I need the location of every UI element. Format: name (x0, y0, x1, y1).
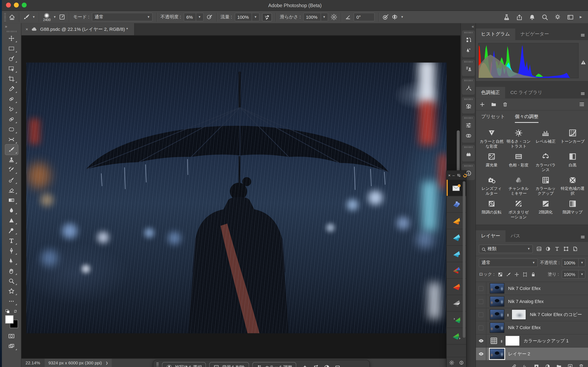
dock-collapse-icon[interactable]: « (461, 23, 476, 29)
link-layers-icon[interactable] (511, 363, 517, 367)
layer-effects-icon[interactable]: fx (522, 363, 528, 367)
move-tool[interactable] (5, 33, 18, 43)
selection-brush-tool[interactable] (5, 54, 18, 64)
adjustment-photofilter[interactable]: レンズフィルター (478, 176, 505, 196)
taskbar-imageplus-icon[interactable] (335, 364, 341, 367)
share-icon[interactable] (516, 14, 523, 20)
filter-adjustment-icon[interactable] (545, 246, 551, 252)
marquee-tool[interactable] (5, 43, 18, 54)
taskbar-adjcolor-button[interactable]: カラーを調整 (252, 362, 296, 367)
layer-blend-mode-select[interactable]: 通常 ▼ (479, 259, 538, 267)
adjustment-brightness[interactable]: 明るさ・コントラスト (505, 129, 532, 149)
adjustment-gradmap[interactable]: 階調マップ (559, 200, 586, 220)
history-brush-tool[interactable] (5, 165, 18, 175)
adjustment-invert[interactable]: 階調の反転 (478, 200, 505, 220)
lock-transparency-icon[interactable] (498, 272, 503, 277)
new-layer-icon[interactable] (567, 363, 573, 367)
visibility-toggle[interactable] (476, 334, 486, 347)
taskbar-sparkle-icon[interactable] (301, 364, 308, 367)
eyedropper-tool[interactable] (5, 84, 18, 94)
overflow-chevron-icon[interactable]: ▶ (580, 15, 582, 19)
type-tool[interactable] (5, 235, 18, 246)
adjustment-exposure[interactable]: 露光量 (478, 152, 505, 172)
panel-menu-icon[interactable] (580, 234, 585, 240)
filter-type-icon[interactable] (554, 246, 560, 252)
properties-panel-icon[interactable] (462, 120, 475, 130)
layer-row[interactable]: カラールックアップ 1 (476, 334, 588, 348)
filter-image-icon[interactable] (536, 246, 542, 252)
nik-preferences-gear-icon[interactable] (449, 360, 454, 365)
plugins-panel-icon[interactable] (462, 150, 475, 159)
star-tool[interactable] (5, 286, 18, 296)
color-mixer-panel-icon[interactable] (462, 101, 475, 111)
clone-stamp-tool[interactable] (5, 155, 18, 165)
zoom-tool[interactable] (5, 276, 18, 286)
chevron-down-icon[interactable]: ▼ (53, 15, 56, 19)
content-aware-move-tool[interactable] (5, 134, 18, 145)
search-icon[interactable] (541, 14, 548, 20)
lock-artboard-icon[interactable] (522, 272, 527, 277)
home-icon[interactable] (9, 14, 15, 20)
layer-row[interactable]: レイヤー 2 (476, 348, 588, 361)
close-tab-icon[interactable]: × (26, 26, 28, 32)
layer-row[interactable]: Nik 7 Color Efex (476, 282, 588, 295)
discover-lightbulb-icon[interactable] (554, 14, 561, 20)
lock-all-icon[interactable] (530, 272, 536, 277)
visibility-toggle[interactable] (476, 282, 486, 295)
toolbar-collapse-icon[interactable]: » (2, 23, 21, 30)
visibility-toggle[interactable] (476, 348, 486, 360)
lock-position-icon[interactable] (514, 272, 519, 277)
adjustment-vibrance[interactable]: カラーと自然な彩度 (478, 129, 505, 149)
add-mask-icon[interactable] (534, 363, 539, 367)
screen-mode-button[interactable] (5, 341, 18, 351)
tool-presets-panel-icon[interactable] (462, 83, 475, 92)
layer-mask-thumbnail[interactable] (511, 309, 526, 320)
histogram-tab[interactable]: ナビゲーター (515, 29, 554, 40)
new-group-folder-icon[interactable] (491, 101, 497, 107)
taskbar-transform-icon[interactable] (312, 364, 319, 367)
brush-preset-picker[interactable]: 2400 (43, 13, 51, 22)
layer-thumbnail[interactable] (490, 283, 504, 294)
close-window-button[interactable] (6, 3, 11, 8)
brush-tool-icon[interactable] (23, 14, 30, 20)
zoom-level[interactable]: 22.14% (26, 361, 40, 365)
blend-mode-select[interactable]: 通常 ▼ (92, 13, 153, 21)
adjustments-tab[interactable]: 色調補正 (476, 87, 505, 99)
layer-filter-select[interactable]: 種類 ▼ (479, 245, 533, 253)
smoothing-options-gear-icon[interactable] (331, 14, 337, 20)
minimize-window-button[interactable] (14, 3, 19, 8)
nik-scrollbar[interactable] (463, 181, 466, 338)
beta-features-icon[interactable] (503, 14, 510, 20)
taskbar-dots-icon[interactable] (346, 364, 353, 367)
maximize-window-button[interactable] (22, 3, 27, 8)
default-colors-icon[interactable] (5, 309, 10, 314)
visibility-toggle[interactable] (476, 308, 486, 321)
object-selection-tool[interactable] (5, 64, 18, 74)
eraser-tool[interactable] (5, 185, 18, 195)
clone-source-panel-icon[interactable] (462, 64, 475, 74)
layer-row[interactable]: Nik 7 Color Efex のコピー (476, 308, 588, 321)
new-adjustment-layer-icon[interactable] (545, 363, 551, 367)
channels-panel-icon[interactable] (462, 131, 475, 141)
document-tab[interactable]: × G88.psdc @ 22.1% (レイヤー 2, RGB/8) * (21, 23, 135, 35)
workspace-switcher-icon[interactable] (567, 14, 574, 20)
flow-select[interactable]: 100% ▼ (234, 13, 259, 21)
smoothing-select[interactable]: 100% ▼ (303, 13, 328, 21)
taskbar-removebg-button[interactable]: 背景を削除 (209, 362, 249, 367)
layer-thumbnail[interactable] (490, 349, 504, 359)
adjustments-subtab[interactable]: プリセット (481, 114, 505, 123)
taskbar-subject-button[interactable]: 被写体を選択 (162, 362, 206, 367)
spot-healing-tool[interactable] (5, 104, 18, 114)
layer-row[interactable]: Nik 7 Analog Efex (476, 295, 588, 308)
healing-brush-tool[interactable] (5, 114, 18, 124)
chevron-right-icon[interactable]: ❯ (105, 361, 108, 365)
taskbar-contrast-icon[interactable] (324, 364, 330, 367)
blur-tool[interactable] (5, 205, 18, 216)
toolbar-grip[interactable] (7, 31, 16, 32)
opacity-select[interactable]: 6% ▼ (184, 13, 204, 21)
chevron-down-icon[interactable]: ▼ (32, 15, 35, 19)
dodge-tool[interactable] (5, 225, 18, 236)
pen-tool[interactable] (5, 246, 18, 256)
notifications-bell-icon[interactable] (529, 14, 536, 20)
delete-layer-icon[interactable] (579, 364, 584, 367)
